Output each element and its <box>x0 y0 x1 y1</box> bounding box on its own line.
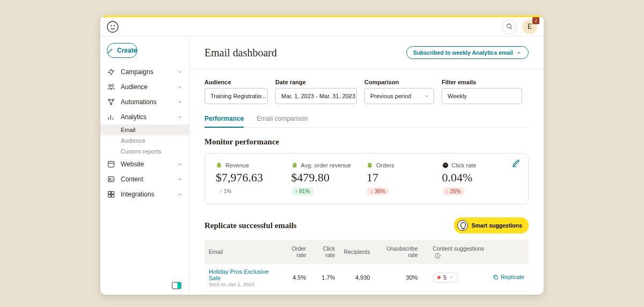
chevron-icon <box>177 162 182 167</box>
stat-label: Click rate <box>452 162 477 169</box>
chevron-icon <box>177 69 182 75</box>
automations-icon <box>107 98 115 106</box>
svg-point-25 <box>444 164 445 165</box>
nav-label: Content <box>121 176 177 183</box>
avatar-letter: E <box>528 23 532 31</box>
suggestion-pill[interactable]: 5 <box>433 273 458 283</box>
svg-rect-19 <box>108 195 111 198</box>
sidebar-item-content[interactable]: Content <box>100 172 189 187</box>
arrow-icon: ↓ <box>370 188 373 194</box>
app-window: E 2 Create Campaigns Audience Automation… <box>100 16 544 295</box>
monitor-title: Monitor performance <box>204 137 529 147</box>
sidebar-item-website[interactable]: Website <box>100 157 189 172</box>
suggestion-count: 5 <box>443 275 447 281</box>
stat-change: ↓ 36% <box>367 187 389 195</box>
sidebar-item-audience[interactable]: Audience <box>100 79 189 94</box>
intercom-icon[interactable] <box>172 282 181 289</box>
tab-email-comparison[interactable]: Email comparison <box>257 115 308 127</box>
table-row: Holiday Pros Exclusive Sale Sent on Jan … <box>204 264 529 292</box>
tabs: Performance Email comparison <box>204 115 529 128</box>
col-click-rate: Click rate <box>310 240 339 264</box>
sidebar-item-analytics[interactable]: Analytics <box>100 109 189 125</box>
nav-label: Website <box>121 160 177 168</box>
daterange-select[interactable]: Mar. 1, 2023 - Mar. 31, 2023 <box>275 88 357 104</box>
copy-icon <box>493 274 499 280</box>
svg-line-4 <box>510 27 512 29</box>
filter-emails-input[interactable]: Weekly <box>442 88 522 104</box>
info-icon[interactable] <box>435 253 441 259</box>
nav-label: Campaigns <box>121 68 177 76</box>
subnav-audience[interactable]: Audience <box>121 135 189 146</box>
create-label: Create <box>117 47 137 54</box>
svg-rect-31 <box>495 276 498 280</box>
topbar: E 2 <box>100 17 544 36</box>
stat-label: Revenue <box>225 162 249 169</box>
subscribe-pill[interactable]: Subscribed to weekly Analytics email <box>406 46 529 59</box>
replicate-title: Replicate successful emails <box>204 221 297 230</box>
cell-click-rate: 1.3% <box>310 291 339 295</box>
col-suggestions: Content suggestions <box>422 240 488 264</box>
pencil-icon <box>107 47 114 54</box>
chevron-icon <box>177 192 182 197</box>
table-row: Gift Guide Sent on Jan 1, 2023 4% 1.3% 8… <box>204 291 529 295</box>
lightbulb-icon <box>457 220 468 231</box>
audience-filter-label: Audience <box>204 79 268 85</box>
svg-point-6 <box>112 84 114 86</box>
cell-recipients: 4,930 <box>339 264 374 292</box>
cell-unsub: 15% <box>374 291 422 295</box>
search-icon <box>506 23 513 30</box>
col-unsub: Unsubscribe rate <box>374 240 422 264</box>
subnav-custom-reports[interactable]: Custom reports <box>121 146 189 157</box>
sidebar-item-automations[interactable]: Automations <box>100 94 189 109</box>
stat-label: Orders <box>376 162 394 169</box>
stat-value: $479.80 <box>291 171 367 185</box>
create-button[interactable]: Create <box>107 43 137 58</box>
chevron-icon <box>177 84 182 90</box>
stat-value: 17 <box>367 171 442 185</box>
avatar[interactable]: E 2 <box>522 19 537 34</box>
svg-point-26 <box>445 164 447 165</box>
nav-label: Integrations <box>121 191 177 198</box>
filters: Audience Training Registratio... Date ra… <box>189 69 544 104</box>
audience-select[interactable]: Training Registratio... <box>204 88 268 104</box>
stat-change: ↑ 81% <box>291 187 314 195</box>
tab-performance[interactable]: Performance <box>204 115 244 128</box>
chevron-right-icon <box>449 275 453 280</box>
col-order-rate: Order rate <box>280 240 310 264</box>
chevron-down-icon <box>347 93 352 99</box>
audience-icon <box>107 83 115 91</box>
svg-point-0 <box>107 21 118 32</box>
chevron-icon <box>177 177 182 182</box>
svg-point-1 <box>111 25 112 26</box>
search-button[interactable] <box>502 19 517 34</box>
svg-point-24 <box>443 163 448 168</box>
smart-label: Smart suggestions <box>471 222 522 229</box>
smart-suggestions-button[interactable]: Smart suggestions <box>454 217 529 233</box>
chevron-down-icon <box>424 93 429 99</box>
analytics-icon <box>107 113 115 121</box>
stat-value: 0.04% <box>442 171 518 185</box>
source-icon <box>291 162 298 169</box>
subnav-email[interactable]: Email <box>100 125 189 135</box>
svg-point-2 <box>114 25 115 26</box>
mailchimp-logo-icon <box>107 21 119 33</box>
source-icon <box>216 162 222 169</box>
chevron-down-icon <box>516 50 522 55</box>
website-icon <box>107 160 115 169</box>
main-content: Email dashboard Subscribed to weekly Ana… <box>189 36 544 295</box>
svg-rect-20 <box>112 195 114 198</box>
comparison-select[interactable]: Previous period <box>364 88 434 104</box>
stat-revenue: Revenue $7,976.63 ↑ 1% <box>216 162 291 195</box>
svg-point-9 <box>111 104 112 105</box>
edit-icon[interactable] <box>512 159 521 167</box>
nav-label: Audience <box>121 83 177 91</box>
replicate-button[interactable]: Replicate <box>493 274 524 280</box>
cell-order-rate: 4.5% <box>280 264 310 292</box>
svg-point-7 <box>108 99 110 101</box>
stat-avg-order-revenue: Avg. order revenue $479.80 ↑ 81% <box>291 162 367 195</box>
sidebar-item-integrations[interactable]: Integrations <box>100 187 189 202</box>
campaigns-icon <box>107 68 115 76</box>
col-email: Email <box>204 240 280 264</box>
email-name-link[interactable]: Holiday Pros Exclusive Sale <box>209 268 275 281</box>
sidebar-item-campaigns[interactable]: Campaigns <box>100 64 189 79</box>
